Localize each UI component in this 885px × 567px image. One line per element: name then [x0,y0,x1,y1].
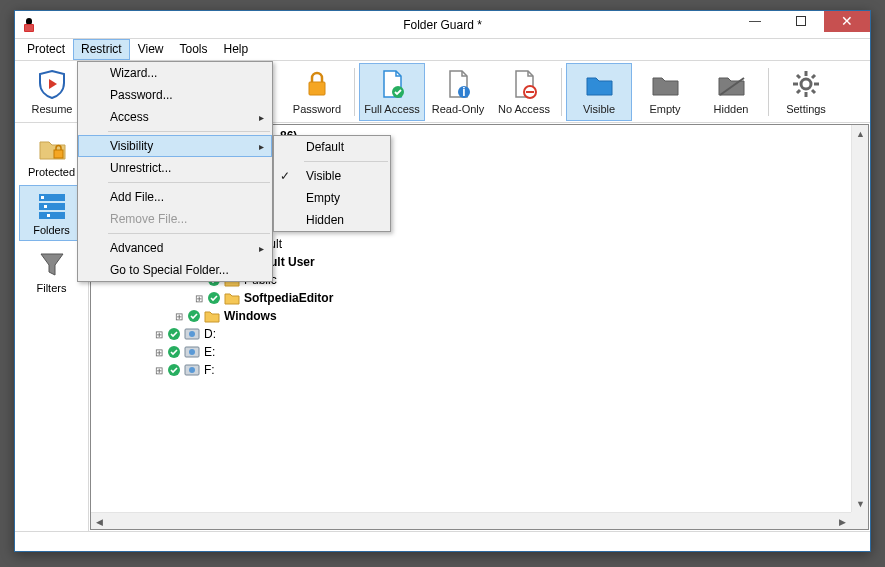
page-block-icon [508,68,540,100]
settings-button[interactable]: Settings [773,63,839,121]
folder-visible-icon [583,68,615,100]
status-ok-icon [187,309,201,323]
folder-hidden-icon [715,68,747,100]
visibility-submenu: Default ✓Visible Empty Hidden [273,135,391,232]
drive-icon [184,327,200,341]
tree-label: D: [203,327,216,341]
svg-rect-22 [39,203,65,210]
menu-item-wizard[interactable]: Wizard... [78,62,272,84]
menu-item-advanced[interactable]: Advanced [78,237,272,259]
tree-label: F: [203,363,215,377]
shield-play-icon [36,68,68,100]
password-button[interactable]: Password [284,63,350,121]
restrict-menu-dropdown: Wizard... Password... Access Visibility … [77,61,273,282]
sidebar-item-protected[interactable]: Protected [19,127,85,183]
svg-rect-26 [47,214,50,217]
svg-rect-23 [39,212,65,219]
menu-restrict[interactable]: Restrict [73,39,130,60]
check-icon: ✓ [280,169,290,183]
visible-button[interactable]: Visible [566,63,632,121]
horizontal-scrollbar[interactable]: ◀ ▶ [91,512,851,529]
expand-icon[interactable]: ⊞ [153,347,164,358]
status-ok-icon [167,327,181,341]
folder-icon [224,291,240,305]
scroll-left-icon[interactable]: ◀ [91,513,108,530]
resume-button[interactable]: Resume [19,63,85,121]
menu-item-password[interactable]: Password... [78,84,272,106]
scroll-right-icon[interactable]: ▶ [834,513,851,530]
sidebar-item-folders[interactable]: Folders [19,185,85,241]
tree-label: E: [203,345,215,359]
scroll-corner [851,512,868,529]
submenu-item-hidden[interactable]: Hidden [274,209,390,231]
menu-item-remove-file: Remove File... [78,208,272,230]
menu-item-goto-special[interactable]: Go to Special Folder... [78,259,272,281]
close-button[interactable]: ✕ [824,11,870,32]
svg-point-39 [189,331,195,337]
page-info-icon: i [442,68,474,100]
submenu-item-visible[interactable]: ✓Visible [274,165,390,187]
menu-separator [108,233,270,234]
tree-row[interactable]: ⊞SoftpediaEditor [95,289,868,307]
maximize-button[interactable] [778,11,824,32]
status-ok-icon [207,291,221,305]
minimize-button[interactable]: — [732,11,778,32]
scroll-down-icon[interactable]: ▼ [852,495,869,512]
menu-protect[interactable]: Protect [19,39,73,60]
svg-rect-0 [26,18,32,25]
status-ok-icon [167,345,181,359]
tree-label: Windows [223,309,277,323]
expand-icon[interactable]: ⊞ [153,329,164,340]
vertical-scrollbar[interactable]: ▲ ▼ [851,125,868,512]
svg-rect-3 [797,17,806,26]
menu-view[interactable]: View [130,39,172,60]
menu-item-access[interactable]: Access [78,106,272,128]
status-ok-icon [167,363,181,377]
separator [354,68,355,116]
empty-button[interactable]: Empty [632,63,698,121]
hidden-button[interactable]: Hidden [698,63,764,121]
expand-icon[interactable]: ⊞ [193,293,204,304]
separator [561,68,562,116]
menu-tools[interactable]: Tools [171,39,215,60]
svg-line-16 [797,75,800,78]
submenu-item-empty[interactable]: Empty [274,187,390,209]
tree-row[interactable]: ⊞F: [95,361,868,379]
no-access-button[interactable]: No Access [491,63,557,121]
menu-separator [108,182,270,183]
svg-point-11 [801,79,811,89]
drive-icon [184,363,200,377]
page-check-icon [376,68,408,100]
svg-text:i: i [462,85,465,99]
tree-row[interactable]: ⊞E: [95,343,868,361]
tree-row[interactable]: ⊞Windows [95,307,868,325]
svg-point-45 [189,367,195,373]
menu-item-add-file[interactable]: Add File... [78,186,272,208]
svg-point-42 [189,349,195,355]
menu-item-visibility[interactable]: Visibility [78,135,272,157]
tree-row[interactable]: ⊞D: [95,325,868,343]
folder-lock-icon [36,132,68,164]
tree-label: SoftpediaEditor [243,291,333,305]
menu-item-unrestrict[interactable]: Unrestrict... [78,157,272,179]
menu-help[interactable]: Help [216,39,257,60]
drive-icon [184,345,200,359]
statusbar [15,531,870,551]
scroll-up-icon[interactable]: ▲ [852,125,869,142]
folder-icon [204,309,220,323]
svg-line-19 [812,75,815,78]
svg-rect-24 [41,196,44,199]
expand-icon[interactable]: ⊞ [173,311,184,322]
submenu-item-default[interactable]: Default [274,136,390,158]
menubar: Protect Restrict View Tools Help [15,39,870,61]
read-only-button[interactable]: i Read-Only [425,63,491,121]
svg-rect-20 [54,150,63,158]
svg-line-17 [812,90,815,93]
sidebar-item-filters[interactable]: Filters [19,243,85,299]
titlebar[interactable]: Folder Guard * — ✕ [15,11,870,39]
separator [768,68,769,116]
expand-icon[interactable]: ⊞ [153,365,164,376]
menu-separator [108,131,270,132]
full-access-button[interactable]: Full Access [359,63,425,121]
folders-tree-icon [36,190,68,222]
